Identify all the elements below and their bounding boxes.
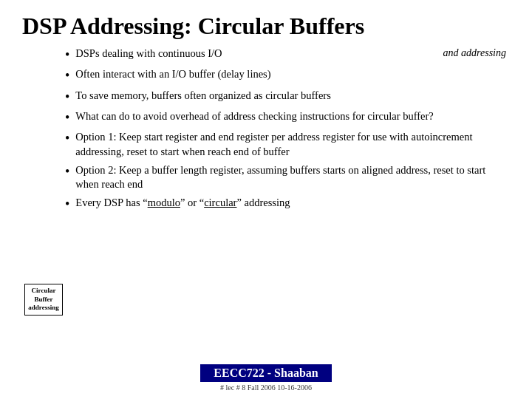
bullet-text: and addressing DSPs dealing with continu… xyxy=(75,47,506,61)
footer-title: EECC722 - Shaaban xyxy=(200,364,331,382)
bullet-text: To save memory, buffers often organized … xyxy=(75,89,506,103)
bullet-text: Every DSP has “modulo” or “circular” add… xyxy=(75,196,506,211)
bullet-dot: • xyxy=(65,129,69,147)
list-item: • What can do to avoid overhead of addre… xyxy=(65,109,510,126)
bullet-text: Often interact with an I/O buffer (delay… xyxy=(75,67,506,82)
bullet-text: Option 1: Keep start register and end re… xyxy=(75,130,506,159)
bullet-dot: • xyxy=(65,109,69,126)
bullet-text: What can do to avoid overhead of address… xyxy=(75,109,506,124)
bullet-dot: • xyxy=(65,66,69,84)
bullet-dot: • xyxy=(65,46,69,64)
list-item: • Every DSP has “modulo” or “circular” a… xyxy=(65,196,510,213)
bullet-dot: • xyxy=(65,195,69,213)
list-item: • Option 1: Keep start register and end … xyxy=(65,130,510,159)
circular-buffer-label: Circular Buffer addressing xyxy=(24,284,63,316)
content-area: Circular Buffer addressing • and address… xyxy=(22,47,510,361)
and-addressing-label: and addressing xyxy=(443,47,506,61)
footer-info: # lec # 8 Fall 2006 10-16-2006 xyxy=(220,383,312,392)
left-label-area: Circular Buffer addressing xyxy=(22,47,65,361)
list-item: • To save memory, buffers often organize… xyxy=(65,89,510,106)
slide-title: DSP Addressing: Circular Buffers xyxy=(22,13,510,39)
bullet-dot: • xyxy=(65,88,69,106)
slide: DSP Addressing: Circular Buffers Circula… xyxy=(0,0,532,399)
list-item: • Option 2: Keep a buffer length registe… xyxy=(65,163,510,192)
bullet-dot: • xyxy=(65,163,69,180)
footer: EECC722 - Shaaban # lec # 8 Fall 2006 10… xyxy=(22,364,510,392)
bullet-list: • and addressing DSPs dealing with conti… xyxy=(65,47,510,361)
list-item: • and addressing DSPs dealing with conti… xyxy=(65,47,510,64)
list-item: • Often interact with an I/O buffer (del… xyxy=(65,67,510,84)
bullet-text: Option 2: Keep a buffer length register,… xyxy=(75,163,506,192)
